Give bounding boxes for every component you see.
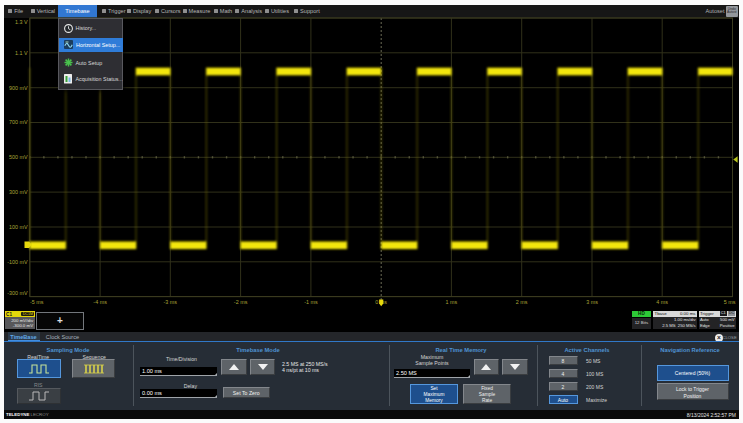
svg-text:500 mV: 500 mV [9, 154, 28, 160]
svg-text:5 ms: 5 ms [724, 299, 736, 305]
svg-text:-3 ms: -3 ms [164, 299, 178, 305]
svg-text:-100 mV: -100 mV [7, 259, 28, 265]
svg-text:900 mV: 900 mV [9, 85, 28, 91]
svg-text:-1 ms: -1 ms [304, 299, 318, 305]
svg-text:100 mV: 100 mV [9, 224, 28, 230]
svg-text:-300 mV: -300 mV [7, 290, 28, 296]
svg-text:-4 ms: -4 ms [93, 299, 107, 305]
svg-text:1 ms: 1 ms [446, 299, 458, 305]
svg-text:3 ms: 3 ms [586, 299, 598, 305]
svg-text:-5 ms: -5 ms [30, 299, 44, 305]
svg-text:1.3 V: 1.3 V [15, 19, 28, 25]
svg-text:2 ms: 2 ms [516, 299, 528, 305]
svg-text:700 mV: 700 mV [9, 119, 28, 125]
svg-text:300 mV: 300 mV [9, 189, 28, 195]
svg-text:4 ms: 4 ms [656, 299, 668, 305]
svg-text:-2 ms: -2 ms [234, 299, 248, 305]
svg-text:1.1 V: 1.1 V [15, 50, 28, 56]
